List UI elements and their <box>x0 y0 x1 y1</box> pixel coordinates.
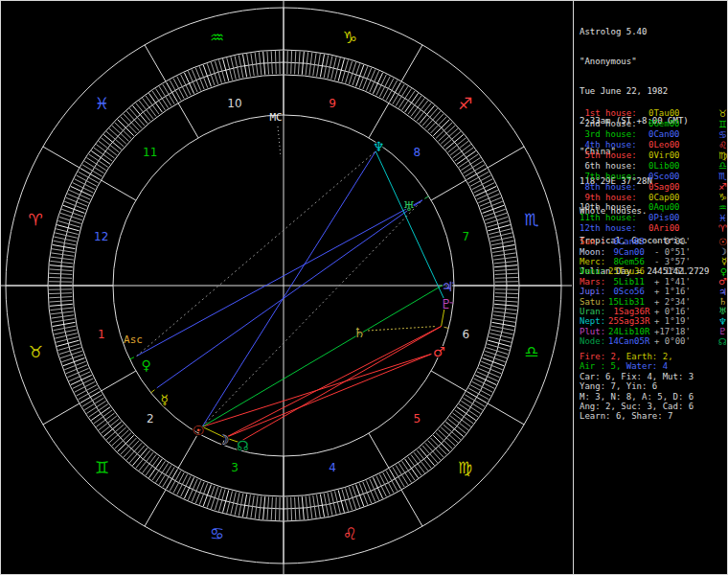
planet-position: 0Can03 <box>608 237 652 246</box>
degree-tick <box>495 297 518 298</box>
sign-glyph-aries: ♈ <box>29 210 43 229</box>
degree-tick <box>478 194 499 202</box>
planet-row: Venu:25Tau36- 1°51'♀ <box>580 266 727 276</box>
planet-row: Mars: 5Lib11+ 1°41'♂ <box>580 277 727 287</box>
aspect-line-moon-mars <box>225 354 431 437</box>
degree-tick <box>366 480 375 501</box>
house-number-5: 5 <box>413 412 421 426</box>
house-sign-glyph: ♏ <box>715 171 727 181</box>
planet-label: Venu: <box>580 266 608 276</box>
degree-tick <box>60 213 82 219</box>
degree-tick <box>181 75 192 96</box>
planet-latitude: - 1°51' <box>652 266 715 276</box>
house-sign-glyph: ♐ <box>715 181 727 192</box>
house-label: 12th house: <box>580 223 643 233</box>
planet-label: Jupi: <box>580 287 608 296</box>
tally-text: Learn: 6, Share: 7 <box>580 411 673 421</box>
house-number-7: 7 <box>462 230 469 243</box>
planet-row-glyph: ☉ <box>715 237 727 247</box>
sign-cusp-line <box>43 403 80 425</box>
house-row: 7th house:0Sco00♏ <box>580 171 727 181</box>
planet-latitude: + 0°00' <box>652 336 715 346</box>
degree-tick <box>291 51 292 74</box>
degree-tick <box>73 183 94 194</box>
tally-row: Car: 6, Fix: 4, Mut: 3 <box>580 372 727 381</box>
planet-glyph-jupi: ♃ <box>442 279 454 294</box>
degree-tick <box>495 277 518 278</box>
planet-row: Plut:24Lib10R+17°18'♇ <box>580 327 727 336</box>
degree-tick <box>475 186 496 196</box>
degree-tick <box>207 63 215 85</box>
planet-pointer-uran <box>424 196 428 199</box>
house-sign-glyph: ♌ <box>715 140 727 150</box>
degree-tick <box>495 293 518 294</box>
house-label: 3rd house: <box>580 129 643 139</box>
degree-tick <box>192 480 200 501</box>
sign-cusp-line <box>488 147 524 168</box>
sign-glyph-virgo: ♍ <box>458 458 472 477</box>
tally-row: Fire: 2, Earth: 2, <box>580 352 727 361</box>
planet-row-glyph: ☽ <box>715 246 727 257</box>
planet-row-glyph: ♅ <box>715 306 727 316</box>
house-sign-glyph: ♋ <box>715 129 727 140</box>
house-cusp-value: 0Tau00 <box>643 108 715 118</box>
house-sign-glyph: ♈ <box>715 223 727 234</box>
house-cusp-value: 0Lib00 <box>643 161 715 171</box>
planet-position: 14Can05R <box>608 336 652 346</box>
degree-tick <box>379 474 390 494</box>
degree-tick <box>203 485 211 507</box>
degree-tick <box>370 71 379 92</box>
house-label: 7th house: <box>580 172 643 181</box>
planet-row-glyph: ☿ <box>715 256 727 266</box>
house-row: 11th house:0Pis00♓ <box>580 213 727 223</box>
degree-tick <box>349 487 355 509</box>
house-cusp-value: 0Sag00 <box>643 182 715 192</box>
house-cusp-value: 0Pis00 <box>643 213 715 222</box>
sign-cusp-line <box>488 403 524 425</box>
house-number-9: 9 <box>329 97 336 110</box>
degree-tick <box>66 365 87 374</box>
house-row: 10th house:0Aqu00♒ <box>580 202 727 213</box>
house-row: 8th house:0Sag00♐ <box>580 181 727 192</box>
degree-tick <box>495 273 518 274</box>
degree-tick <box>477 190 498 199</box>
planet-latitude: - 3°57' <box>652 257 715 266</box>
degree-tick <box>199 483 208 504</box>
degree-tick <box>486 348 508 355</box>
planet-latitude: + 1°41' <box>652 277 715 287</box>
planet-row-glyph: ♀ <box>715 266 727 277</box>
degree-tick <box>271 497 272 520</box>
house-cusp-value: 0Aqu00 <box>643 202 715 212</box>
planet-glyph-uran: ♅ <box>403 198 416 214</box>
degree-tick <box>485 351 507 357</box>
sign-glyph-libra: ♎ <box>524 342 538 361</box>
tally-row: Ang: 2, Suc: 3, Cad: 6 <box>580 402 727 411</box>
tally-row: M: 3, N: 8, A: 5, D: 6 <box>580 392 727 402</box>
degree-tick <box>376 75 387 96</box>
degree-tick <box>291 497 292 520</box>
house-number-6: 6 <box>462 328 469 341</box>
degree-tick <box>69 372 90 381</box>
degree-tick <box>353 63 360 85</box>
planet-glyph-plut: ♇ <box>441 296 453 311</box>
house-label: 2nd house: <box>580 119 643 128</box>
degree-tick <box>73 379 94 389</box>
planet-glyph-venu: ♀ <box>142 357 151 373</box>
sign-glyph-aquarius: ♒ <box>210 28 224 47</box>
asc-label: Asc <box>124 334 143 346</box>
planet-position: 15Lib31 <box>608 297 652 307</box>
aspect-line-venu-uran <box>137 200 422 356</box>
planet-row: Merc: 8Gem56- 3°57'☿ <box>580 257 727 266</box>
house-label: 1st house: <box>580 108 643 118</box>
sign-glyph-sagittarius: ♐ <box>458 94 472 113</box>
planet-row: Moon: 9Can00- 0°51'☽ <box>580 246 727 256</box>
house-number-3: 3 <box>231 461 239 474</box>
planet-label: Uran: <box>580 307 608 316</box>
planet-label: Plut: <box>580 327 608 336</box>
degree-tick <box>370 479 379 500</box>
house-row: 6th house:0Lib00♎ <box>580 160 727 171</box>
house-row: 1st house:0Tau00♉ <box>580 108 727 119</box>
degree-tick <box>472 381 492 392</box>
element-tally: Fire: 2, Earth: 2,Air : 5, Water: 4Car: … <box>580 352 727 422</box>
degree-tick <box>353 486 360 508</box>
